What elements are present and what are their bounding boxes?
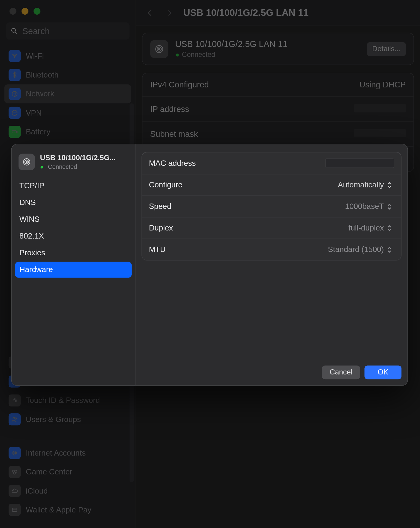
sidebar-item-battery[interactable]: Battery <box>4 122 131 141</box>
sidebar-item-wifi[interactable]: Wi-Fi <box>4 46 131 65</box>
search-field[interactable] <box>6 22 130 40</box>
updown-stepper-icon[interactable] <box>387 180 394 189</box>
sheet-main: MAC address Configure Automatically <box>136 144 407 386</box>
svg-point-9 <box>15 418 16 419</box>
window-traffic-lights[interactable] <box>0 0 136 21</box>
svg-point-15 <box>159 48 160 50</box>
ethernet-icon <box>19 154 35 170</box>
nav-forward-button[interactable] <box>164 4 176 22</box>
search-input[interactable] <box>22 26 132 37</box>
sidebar-item-touchid[interactable]: Touch ID & Password <box>4 391 131 410</box>
interface-status: ●Connected <box>175 51 360 59</box>
sidebar-item-label: Bluetooth <box>26 70 58 79</box>
sidebar-item-wallet[interactable]: Wallet & Apple Pay <box>4 500 131 519</box>
tab-tcpip[interactable]: TCP/IP <box>15 178 132 194</box>
row-mac-address: MAC address <box>142 152 401 174</box>
sidebar-item-internet-accounts[interactable]: Internet Accounts <box>4 444 131 462</box>
row-speed[interactable]: Speed 1000baseT <box>142 196 401 218</box>
sidebar-item-game-center[interactable]: Game Center <box>4 462 131 481</box>
traffic-zoom-icon[interactable] <box>34 8 40 15</box>
sidebar-item-label: iCloud <box>26 486 48 495</box>
network-icon <box>9 88 21 100</box>
cancel-button[interactable]: Cancel <box>322 365 360 379</box>
battery-icon <box>9 126 21 138</box>
sidebar-item-bluetooth[interactable]: Bluetooth <box>4 66 131 84</box>
svg-point-13 <box>13 472 16 474</box>
sidebar-item-vpn[interactable]: VPN <box>4 103 131 122</box>
traffic-minimize-icon[interactable] <box>22 8 28 15</box>
sheet-sidebar: USB 10/100/1G/2.5G... ● Connected TCP/IP… <box>12 144 136 386</box>
hardware-card: MAC address Configure Automatically <box>141 152 401 261</box>
kv-row-subnet-mask: Subnet mask <box>142 122 413 147</box>
tab-proxies[interactable]: Proxies <box>15 245 132 261</box>
cloud-icon <box>9 485 21 497</box>
svg-point-0 <box>12 28 16 32</box>
users-icon <box>9 413 21 425</box>
updown-stepper-icon[interactable] <box>387 224 394 232</box>
duplex-value: full-duplex <box>349 224 384 233</box>
bluetooth-icon <box>9 69 21 81</box>
sidebar-item-label: Wi-Fi <box>26 51 44 60</box>
sidebar-item-icloud[interactable]: iCloud <box>4 481 131 500</box>
sidebar-section-3: Internet Accounts Game Center iCloud <box>0 441 136 528</box>
hardware-details-sheet: USB 10/100/1G/2.5G... ● Connected TCP/IP… <box>11 144 408 386</box>
game-icon <box>9 466 21 478</box>
sidebar-section-1: Wi-Fi Bluetooth Network <box>0 44 136 144</box>
details-button[interactable]: Details... <box>367 42 406 56</box>
tab-8021x[interactable]: 802.1X <box>15 228 132 244</box>
sidebar-item-users[interactable]: Users & Groups <box>4 410 131 429</box>
wifi-icon <box>9 50 21 62</box>
at-icon <box>9 447 21 459</box>
page-title: USB 10/100/1G/2.5G LAN 11 <box>183 7 309 18</box>
sidebar-item-label: Battery <box>26 127 50 136</box>
search-icon <box>10 27 18 35</box>
tab-hardware[interactable]: Hardware <box>15 262 132 278</box>
sidebar-item-label: Game Center <box>26 467 72 476</box>
redacted-value <box>354 129 406 137</box>
svg-rect-6 <box>17 131 17 132</box>
sheet-header: USB 10/100/1G/2.5G... ● Connected <box>12 144 135 175</box>
sheet-interface-name: USB 10/100/1G/2.5G... <box>40 154 116 163</box>
sidebar-item-label: Internet Accounts <box>26 448 86 457</box>
svg-point-8 <box>13 417 15 419</box>
row-duplex[interactable]: Duplex full-duplex <box>142 217 401 239</box>
kv-row-ipv4-configured: IPv4 Configured Using DHCP <box>142 73 413 97</box>
row-mtu[interactable]: MTU Standard (1500) <box>142 239 401 260</box>
sheet-footer: Cancel OK <box>136 360 407 386</box>
row-configure[interactable]: Configure Automatically <box>142 175 401 196</box>
tab-dns[interactable]: DNS <box>15 195 132 210</box>
sidebar-item-label: Wallet & Apple Pay <box>26 505 91 514</box>
fingerprint-icon <box>9 395 21 406</box>
redacted-value <box>354 104 406 113</box>
ethernet-icon <box>150 40 168 58</box>
speed-value: 1000baseT <box>345 202 384 211</box>
sheet-interface-status: ● Connected <box>40 163 116 170</box>
wallet-icon <box>9 504 21 516</box>
kv-row-ip-address: IP address <box>142 97 413 122</box>
configure-value: Automatically <box>338 180 384 189</box>
svg-point-18 <box>26 161 27 163</box>
updown-stepper-icon[interactable] <box>387 202 394 211</box>
mtu-value: Standard (1500) <box>328 245 384 254</box>
hardware-content: MAC address Configure Automatically <box>136 144 407 360</box>
sidebar-item-label: VPN <box>26 108 42 117</box>
updown-stepper-icon[interactable] <box>387 245 394 254</box>
vpn-icon <box>9 107 21 119</box>
traffic-close-icon[interactable] <box>10 8 16 15</box>
titlebar: USB 10/100/1G/2.5G LAN 11 <box>136 0 420 26</box>
svg-rect-14 <box>12 508 17 512</box>
tab-wins[interactable]: WINS <box>15 211 132 227</box>
sheet-tab-list: TCP/IP DNS WINS 802.1X Proxies Hardware <box>12 175 135 280</box>
mac-address-value <box>325 158 394 168</box>
interface-name: USB 10/100/1G/2.5G LAN 11 <box>175 39 360 49</box>
sidebar-item-label: Users & Groups <box>26 415 81 424</box>
ok-button[interactable]: OK <box>364 365 401 379</box>
svg-line-1 <box>15 32 17 34</box>
svg-point-2 <box>14 57 15 58</box>
sidebar-item-label: Network <box>26 89 54 98</box>
sidebar-item-network[interactable]: Network <box>4 84 131 103</box>
svg-rect-5 <box>12 131 16 133</box>
nav-back-button[interactable] <box>144 4 156 22</box>
interface-summary-card: USB 10/100/1G/2.5G LAN 11 ●Connected Det… <box>142 33 414 65</box>
sidebar-item-label: Touch ID & Password <box>26 396 100 405</box>
